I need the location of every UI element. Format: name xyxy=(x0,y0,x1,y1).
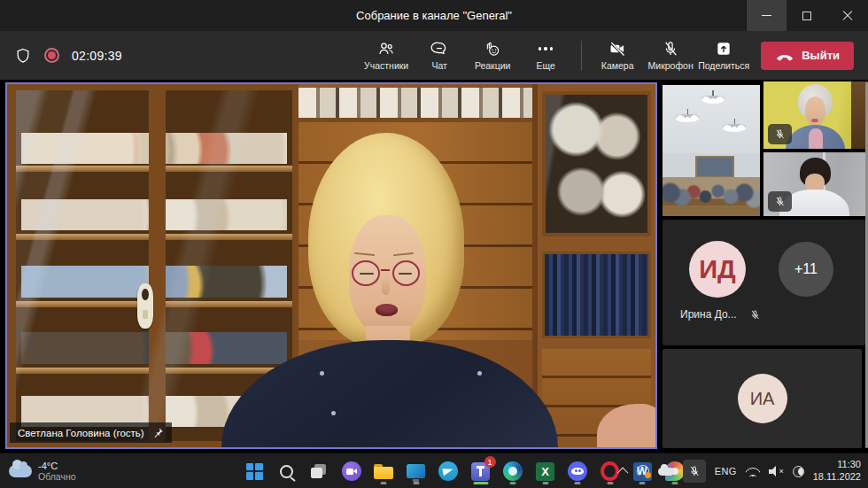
mic-off-icon xyxy=(662,40,679,58)
weather-condition: Облачно xyxy=(38,471,76,482)
meeting-status-group: 02:09:39 xyxy=(0,47,122,65)
display-app-button[interactable] xyxy=(405,458,428,484)
running-indicator xyxy=(413,482,419,484)
teams-button[interactable]: 1 xyxy=(469,458,492,484)
folder-icon xyxy=(374,464,393,479)
participant-avatar-irina[interactable]: ИД xyxy=(689,241,746,298)
speaker-eye xyxy=(399,273,412,275)
weather-widget[interactable]: -4°C Облачно xyxy=(9,453,76,488)
participants-button[interactable]: Участники xyxy=(361,33,411,79)
language-indicator[interactable]: ENG xyxy=(715,466,737,476)
chandelier-icon xyxy=(723,119,746,133)
participants-panel: ИД +11 Ирина До... ИА xyxy=(663,81,865,448)
window-title: Собрание в канале "General" xyxy=(0,0,868,31)
start-button[interactable] xyxy=(243,458,266,484)
file-explorer-button[interactable] xyxy=(372,458,395,484)
task-view-button[interactable] xyxy=(307,458,330,484)
opera-icon xyxy=(601,461,619,481)
more-button[interactable]: Еще xyxy=(521,33,570,79)
excel-button[interactable]: X xyxy=(534,458,557,484)
muted-badge xyxy=(768,124,792,144)
onedrive-tray-button[interactable] xyxy=(658,468,674,476)
running-indicator xyxy=(575,482,581,484)
meeting-controls: Участники Чат Реакции Еще Камера Микро xyxy=(361,31,854,80)
speaker-name-tag: Светлана Головина (гость) xyxy=(10,422,172,443)
participant-video-man[interactable] xyxy=(763,152,865,216)
participant-avatar-ia: ИА xyxy=(738,374,787,423)
blouse-button xyxy=(331,411,336,415)
video-call-icon xyxy=(342,461,361,481)
bookcase xyxy=(532,84,655,447)
more-icon xyxy=(539,40,554,58)
camera-toggle-button[interactable]: Камера xyxy=(593,33,642,79)
minimize-button[interactable] xyxy=(746,0,787,31)
chandelier-icon xyxy=(676,109,699,123)
chat-label: Чат xyxy=(431,60,446,71)
chandelier-icon xyxy=(701,90,725,105)
leave-button[interactable]: Выйти xyxy=(761,42,854,70)
camera-label: Камера xyxy=(601,60,634,71)
speaker-name: Светлана Головина (гость) xyxy=(18,428,144,438)
tray-overflow-button[interactable] xyxy=(620,468,628,476)
meeting-stage: Светлана Головина (гость) xyxy=(0,80,868,453)
pin-icon xyxy=(152,427,164,438)
weather-temperature: -4°C xyxy=(38,461,76,472)
participant-name: Ирина До... xyxy=(680,308,737,321)
more-label: Еще xyxy=(536,60,554,71)
overflow-count: +11 xyxy=(794,261,818,277)
blouse-button xyxy=(320,371,324,376)
avatar-initials: ИА xyxy=(750,389,775,409)
clock-widget[interactable]: 11:30 18.11.2022 xyxy=(813,459,861,484)
search-button[interactable] xyxy=(275,458,298,484)
meeting-room-video[interactable] xyxy=(663,85,760,216)
tray-time: 11:30 xyxy=(837,459,861,471)
minimize-icon xyxy=(762,15,771,16)
excel-icon: X xyxy=(536,462,554,481)
task-view-icon xyxy=(311,464,327,478)
cloud-icon xyxy=(9,465,32,477)
active-app-indicator xyxy=(473,482,488,484)
network-button[interactable] xyxy=(746,467,760,476)
photo-frames-shelf xyxy=(298,88,532,122)
close-icon xyxy=(842,11,853,21)
mic-off-icon xyxy=(774,196,786,207)
participants-icon xyxy=(376,40,396,58)
speaker-eye xyxy=(360,273,373,275)
telegram-button[interactable] xyxy=(437,458,460,484)
mic-off-icon xyxy=(749,309,761,321)
main-speaker-video[interactable]: Светлана Головина (гость) xyxy=(5,82,657,449)
chat-button[interactable]: Чат xyxy=(415,33,464,79)
share-button[interactable]: Поделиться xyxy=(699,33,748,79)
system-tray: ENG × 11:30 18.11.2022 xyxy=(620,453,861,488)
meet-app-button[interactable] xyxy=(340,458,363,484)
running-indicator xyxy=(381,482,387,484)
close-button[interactable] xyxy=(827,0,868,31)
battery-icon xyxy=(793,466,804,477)
maximize-button[interactable] xyxy=(787,0,827,31)
reactions-icon xyxy=(483,40,502,58)
reactions-button[interactable]: Реакции xyxy=(468,33,517,79)
hangup-icon xyxy=(775,50,794,61)
microphone-toggle-button[interactable]: Микрофон xyxy=(646,33,695,79)
muted-badge xyxy=(768,191,792,212)
toolbar-divider xyxy=(581,41,582,71)
wall-painting xyxy=(695,156,734,178)
edge-button[interactable] xyxy=(501,458,524,484)
update-tray-button[interactable] xyxy=(637,465,649,477)
overflow-participants-avatar[interactable]: +11 xyxy=(779,242,833,297)
participant-blouse xyxy=(809,128,823,149)
teams-meeting-window: Собрание в канале "General" 02:09:39 Уча… xyxy=(0,0,868,488)
speaker-glasses-bridge xyxy=(381,269,390,271)
blouse-button xyxy=(477,371,482,376)
onedrive-cloud-icon xyxy=(658,468,674,476)
windows-taskbar: -4°C Облачно 1 X W xyxy=(0,453,868,488)
participant-tile-ia[interactable]: ИА xyxy=(663,349,862,448)
battery-button[interactable] xyxy=(793,466,804,477)
notification-badge: 1 xyxy=(484,456,496,468)
mic-off-icon xyxy=(688,465,701,477)
mic-tray-button[interactable] xyxy=(683,460,706,483)
discord-button[interactable] xyxy=(566,458,589,484)
volume-button[interactable]: × xyxy=(769,466,784,476)
telegram-icon xyxy=(438,461,458,481)
participant-video-woman[interactable] xyxy=(763,81,865,149)
